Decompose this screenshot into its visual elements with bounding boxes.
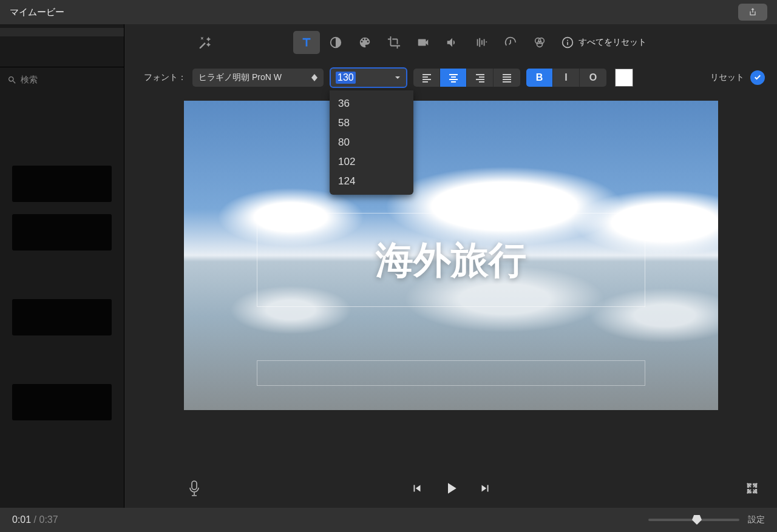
bold-button[interactable]: B [526,69,553,87]
italic-button[interactable]: I [553,69,580,87]
color-button[interactable] [351,31,378,54]
playhead-time: 0:01 / 0:37 [12,514,58,525]
text-icon [300,36,313,49]
zoom-slider[interactable] [648,519,739,521]
equalizer-icon [475,36,488,49]
palette-icon [358,36,372,49]
font-family-value: ヒラギノ明朝 ProN W [198,72,282,83]
check-icon [753,73,762,82]
font-size-option[interactable]: 36 [330,94,413,113]
share-button[interactable] [738,4,767,21]
thumbnail-placeholder[interactable] [12,384,112,420]
search-icon [7,75,17,85]
skip-previous-icon [410,482,424,495]
font-family-select[interactable]: ヒラギノ明朝 ProN W [192,69,324,87]
font-toolbar: フォント： ヒラギノ明朝 ProN W 130 36 58 80 102 [124,61,777,95]
share-icon [748,7,758,17]
fullscreen-button[interactable] [745,482,759,497]
thumbnail-placeholder[interactable] [12,214,112,251]
svg-rect-5 [192,481,197,490]
reset-label[interactable]: リセット [710,72,744,83]
outline-button[interactable]: O [580,69,606,87]
reset-all-button[interactable]: すべてをリセット [562,36,646,49]
info-icon [562,36,574,49]
font-size-dropdown: 36 58 80 102 124 [330,90,413,195]
font-size-value: 130 [336,72,356,84]
venn-icon [533,36,546,49]
slider-thumb[interactable] [692,515,702,525]
filter-button[interactable] [322,31,349,54]
playback-controls [124,471,777,508]
microphone-icon [188,480,200,496]
voiceover-button[interactable] [188,480,200,499]
search-input[interactable]: 検索 [6,75,118,86]
align-justify-icon [501,72,512,83]
adjustment-toolbar: すべてをリセット [124,24,777,61]
align-justify-button[interactable] [494,69,520,87]
color-balance-button[interactable] [526,31,553,54]
svg-point-3 [537,41,542,47]
font-size-option[interactable]: 124 [330,172,413,191]
align-left-icon [421,72,432,83]
play-icon [442,479,460,497]
skip-next-icon [478,482,492,495]
volume-button[interactable] [439,31,466,54]
speedometer-icon [504,36,517,49]
search-placeholder: 検索 [21,75,38,86]
prev-button[interactable] [410,482,424,497]
video-preview[interactable]: 海外旅行 [184,101,718,410]
align-right-icon [475,72,486,83]
reset-all-label: すべてをリセット [579,37,646,48]
font-label: フォント： [144,72,186,83]
current-time: 0:01 [12,514,31,525]
magic-wand-button[interactable] [191,31,218,54]
font-size-select[interactable]: 130 [330,67,407,88]
thumbnail-placeholder[interactable] [12,299,112,335]
font-size-option[interactable]: 102 [330,152,413,172]
align-left-button[interactable] [413,69,440,87]
window-title: マイムービー [10,7,64,18]
updown-icon [311,74,317,81]
settings-button[interactable]: 設定 [748,514,765,525]
next-button[interactable] [478,482,492,497]
stabilize-button[interactable] [410,31,436,54]
apply-button[interactable] [750,70,765,85]
subtitle-text-box[interactable] [257,360,645,386]
sidebar: 検索 [0,24,124,508]
footer-bar: 0:01 / 0:37 設定 [0,508,777,532]
font-size-option[interactable]: 80 [330,133,413,152]
speaker-icon [446,36,459,49]
svg-point-2 [538,38,544,44]
contrast-icon [329,36,342,49]
chevron-down-icon [394,74,401,81]
magic-wand-icon [198,36,211,49]
align-center-icon [448,72,459,83]
color-swatch[interactable] [615,69,633,87]
align-center-button[interactable] [440,69,467,87]
equalizer-button[interactable] [468,31,495,54]
total-time: 0:37 [39,514,58,525]
thumbnail-placeholder[interactable] [12,166,112,202]
speed-button[interactable] [497,31,524,54]
title-text-box[interactable]: 海外旅行 [257,213,645,307]
crop-icon [387,36,401,49]
align-right-button[interactable] [467,69,494,87]
text-tool-button[interactable] [293,31,320,54]
play-button[interactable] [442,479,460,500]
font-size-option[interactable]: 58 [330,113,413,133]
expand-icon [745,482,759,495]
camera-icon [416,36,430,49]
crop-button[interactable] [381,31,407,54]
title-text[interactable]: 海外旅行 [376,235,526,286]
